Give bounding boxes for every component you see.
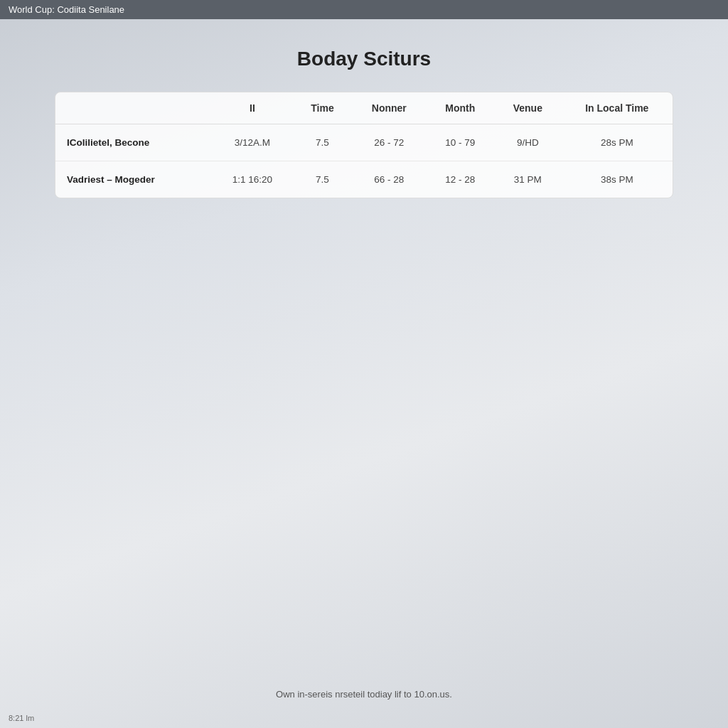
cell-inLocalTime-1: 38s PM — [562, 161, 673, 198]
col-header-time: Time — [293, 92, 352, 124]
cell-time-1: 7.5 — [293, 161, 352, 198]
title-bar-label: World Cup: Codiita Senilane — [9, 4, 124, 15]
cell-name-1: Vadriest – Mogeder — [55, 161, 212, 198]
status-bar: 8:21 lm — [9, 714, 34, 722]
cell-name-0: IColilietel, Becone — [55, 124, 212, 161]
cell-month-0: 10 - 79 — [427, 124, 495, 161]
cell-ii-0: 3/12A.M — [212, 124, 293, 161]
main-content: Boday Sciturs II Time Nonner Month Venue… — [0, 19, 728, 728]
title-bar: World Cup: Codiita Senilane — [0, 0, 728, 19]
cell-time-0: 7.5 — [293, 124, 352, 161]
col-header-nonner: Nonner — [352, 92, 427, 124]
col-header-inlocaltime: In Local Time — [562, 92, 673, 124]
cell-month-1: 12 - 28 — [427, 161, 495, 198]
cell-nonner-0: 26 - 72 — [352, 124, 427, 161]
table-header-row: II Time Nonner Month Venue In Local Time — [55, 92, 673, 124]
cell-ii-1: 1:1 16:20 — [212, 161, 293, 198]
col-header-month: Month — [427, 92, 495, 124]
cell-nonner-1: 66 - 28 — [352, 161, 427, 198]
table-container: II Time Nonner Month Venue In Local Time… — [55, 92, 673, 198]
footer-text: Own in-sereis nrseteil todiay lif to 10.… — [276, 689, 452, 700]
cell-venue-0: 9/HD — [494, 124, 562, 161]
table-row: IColilietel, Becone3/12A.M7.526 - 7210 -… — [55, 124, 673, 161]
col-header-ii: II — [212, 92, 293, 124]
col-header-name — [55, 92, 212, 124]
schedule-table: II Time Nonner Month Venue In Local Time… — [55, 92, 673, 198]
table-row: Vadriest – Mogeder1:1 16:207.566 - 2812 … — [55, 161, 673, 198]
col-header-venue: Venue — [494, 92, 562, 124]
cell-inLocalTime-0: 28s PM — [562, 124, 673, 161]
cell-venue-1: 31 PM — [494, 161, 562, 198]
page-title: Boday Sciturs — [297, 48, 431, 70]
